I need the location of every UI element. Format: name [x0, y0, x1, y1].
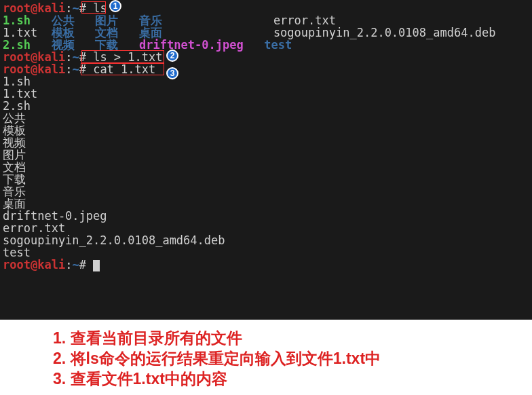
cat-out-3: 公共 — [3, 112, 529, 124]
cursor — [93, 260, 100, 271]
prompt-line-2: root@kali:~# ls > 1.txt — [3, 51, 529, 63]
annotations-panel: 1. 查看当前目录所有的文件 2. 将ls命令的运行结果重定向输入到文件1.tx… — [0, 320, 532, 389]
prompt-line-4: root@kali:~# — [3, 259, 529, 271]
command-redirect: ls > 1.txt — [93, 50, 162, 64]
cat-out-13: sogoupinyin_2.2.0.0108_amd64.deb — [3, 234, 529, 246]
annotation-2: 2. 将ls命令的运行结果重定向输入到文件1.txt中 — [53, 348, 532, 369]
cat-out-4: 模板 — [3, 124, 529, 136]
cat-out-0: 1.sh — [3, 75, 529, 88]
annotation-1: 1. 查看当前目录所有的文件 — [53, 328, 532, 348]
cat-out-12: error.txt — [3, 222, 529, 234]
cat-out-14: test — [3, 246, 529, 259]
marker-3-icon: 3 — [166, 67, 178, 79]
cat-out-7: 文档 — [3, 161, 529, 173]
cat-out-6: 图片 — [3, 149, 529, 161]
annotation-3: 3. 查看文件1.txt中的内容 — [53, 369, 532, 389]
prompt-host: kali — [37, 1, 65, 15]
cat-out-5: 视频 — [3, 136, 529, 149]
marker-1-icon: 1 — [109, 0, 121, 12]
cat-out-11: driftnet-0.jpeg — [3, 210, 529, 222]
cat-out-1: 1.txt — [3, 88, 529, 100]
cat-out-9: 音乐 — [3, 185, 529, 198]
prompt-user: root — [3, 1, 31, 15]
ls-row-1: 1.sh 公共 图片 音乐 error.txt — [3, 14, 529, 26]
cat-out-10: 桌面 — [3, 198, 529, 210]
cat-out-8: 下载 — [3, 173, 529, 185]
ls-row-2: 1.txt 模板 文档 桌面 sogoupinyin_2.2.0.0108_am… — [3, 26, 529, 39]
ls-row-3: 2.sh 视频 下载 driftnet-0.jpeg test — [3, 39, 529, 51]
command-ls: ls — [93, 1, 107, 15]
cat-out-2: 2.sh — [3, 100, 529, 112]
terminal-window[interactable]: root@kali:~# ls 1.sh 公共 图片 音乐 error.txt … — [0, 0, 532, 320]
prompt-line-1: root@kali:~# ls — [3, 2, 529, 14]
marker-2-icon: 2 — [166, 50, 178, 62]
prompt-path: ~ — [72, 1, 79, 15]
prompt-line-3: root@kali:~# cat 1.txt — [3, 63, 529, 75]
command-cat: cat 1.txt — [93, 62, 155, 76]
